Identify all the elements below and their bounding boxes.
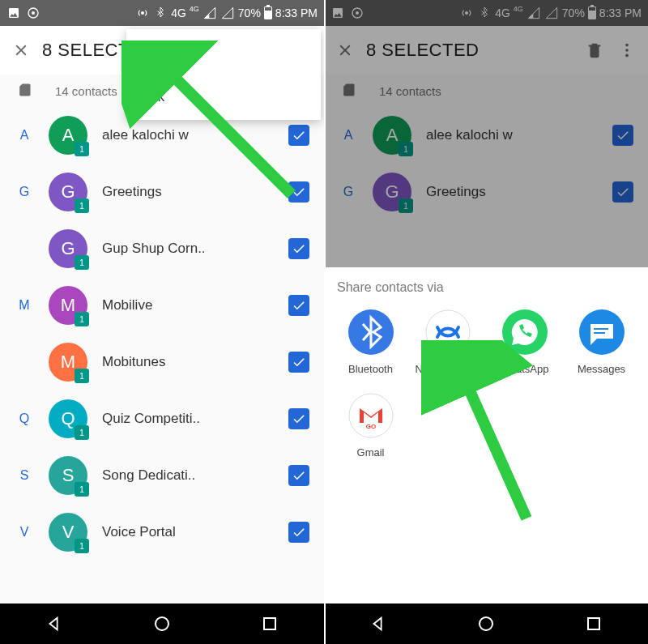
contact-avatar: Q 1	[49, 399, 87, 438]
contact-name: Gup Shup Corn..	[102, 241, 288, 257]
svg-point-24	[480, 617, 492, 630]
signal2-icon	[220, 6, 235, 20]
menu-share[interactable]: Share	[126, 29, 321, 75]
svg-rect-8	[264, 618, 275, 629]
nearby-icon	[425, 309, 471, 355]
wa-icon	[502, 309, 548, 355]
contact-avatar: S 1	[49, 456, 87, 495]
share-apps-grid: Bluetooth Nearby Share WhatsApp Messages…	[332, 309, 640, 476]
bt-icon	[348, 309, 394, 355]
share-app-messages[interactable]: Messages	[563, 309, 640, 375]
share-app-nearby share[interactable]: Nearby Share	[409, 309, 486, 375]
contact-row[interactable]: Q Q 1 Quiz Competiti..	[0, 390, 324, 447]
share-sheet-title: Share contacts via	[337, 280, 635, 295]
sim-badge-icon: 1	[75, 539, 89, 553]
contact-avatar: M 1	[49, 286, 87, 325]
checkbox[interactable]	[288, 522, 309, 543]
share-sheet: Share contacts via Bluetooth Nearby Shar…	[324, 267, 648, 603]
contact-avatar: G 1	[49, 173, 87, 211]
index-letter: G	[0, 185, 49, 199]
nav-bar	[324, 603, 648, 644]
contacts-count: 14 contacts	[55, 84, 117, 98]
contact-row[interactable]: M M 1 Mobilive	[0, 277, 324, 334]
contact-name: Greetings	[102, 184, 288, 200]
contact-name: Voice Portal	[102, 524, 288, 540]
share-app-label: WhatsApp	[501, 363, 549, 375]
checkbox[interactable]	[288, 238, 309, 259]
nav-bar	[0, 603, 324, 644]
index-letter: M	[0, 298, 49, 313]
checkbox[interactable]	[288, 352, 309, 373]
network-label: 4G	[171, 6, 186, 19]
share-app-gmail[interactable]: GO Gmail	[332, 393, 409, 458]
image-icon	[6, 6, 21, 20]
share-app-label: Messages	[578, 363, 625, 375]
nav-home[interactable]	[149, 611, 175, 637]
contact-name: Mobilive	[102, 297, 288, 313]
sim-badge-icon: 1	[75, 312, 89, 326]
contact-avatar: G 1	[49, 229, 87, 268]
svg-point-7	[156, 617, 168, 630]
contact-name: Song Dedicati..	[102, 467, 288, 484]
index-letter: S	[0, 468, 49, 483]
index-letter: Q	[0, 412, 49, 426]
svg-rect-19	[594, 328, 608, 330]
contact-name: alee kalochi w	[102, 127, 288, 143]
status-time: 8:33 PM	[275, 6, 318, 19]
contact-avatar: A 1	[49, 116, 87, 155]
sim-icon	[16, 82, 32, 100]
bluetooth-icon	[153, 6, 168, 20]
svg-point-16	[426, 310, 470, 354]
overflow-menu: Share Link	[126, 29, 321, 120]
status-bar: 4G 4G 70% 8:33 PM	[0, 0, 324, 26]
signal-icon	[202, 6, 217, 20]
nav-back[interactable]	[365, 611, 391, 637]
index-letter: V	[0, 525, 49, 540]
svg-point-1	[32, 11, 35, 15]
share-app-label: Bluetooth	[348, 363, 393, 375]
checkbox[interactable]	[288, 408, 309, 429]
share-app-label: Gmail	[357, 446, 385, 458]
gmail-icon: GO	[348, 393, 394, 438]
nav-recent[interactable]	[581, 611, 607, 637]
checkbox[interactable]	[288, 295, 309, 316]
nav-back[interactable]	[41, 611, 67, 637]
svg-rect-20	[594, 332, 605, 334]
sim-badge-icon: 1	[75, 142, 89, 156]
contact-row[interactable]: G G 1 Greetings	[0, 164, 324, 220]
svg-point-21	[349, 394, 393, 437]
sim-badge-icon: 1	[75, 255, 89, 270]
sim-badge-icon: 1	[75, 369, 89, 383]
contact-row[interactable]: V V 1 Voice Portal	[0, 504, 324, 561]
checkbox[interactable]	[288, 181, 309, 203]
checkbox[interactable]	[288, 465, 309, 486]
msg-icon	[579, 309, 625, 355]
contact-row[interactable]: S S 1 Song Dedicati..	[0, 447, 324, 504]
close-button[interactable]	[10, 39, 32, 62]
svg-rect-25	[588, 618, 599, 629]
network-sup: 4G	[190, 5, 199, 13]
contacts-list: A A 1 alee kalochi w G G 1 Greetings G 1…	[0, 107, 324, 561]
checkbox[interactable]	[288, 125, 309, 146]
nav-home[interactable]	[473, 611, 499, 637]
contact-avatar: V 1	[49, 513, 87, 552]
contact-avatar: M 1	[49, 343, 87, 382]
battery-pct: 70%	[238, 6, 261, 19]
contact-row[interactable]: G 1 Gup Shup Corn..	[0, 220, 324, 277]
contact-name: Mobitunes	[102, 354, 288, 370]
menu-link[interactable]: Link	[126, 75, 321, 120]
sim-badge-icon: 1	[75, 482, 89, 497]
sim-badge-icon: 1	[75, 425, 89, 440]
circle-icon	[26, 6, 40, 20]
hotspot-icon	[135, 6, 150, 20]
contact-name: Quiz Competiti..	[102, 411, 288, 427]
sim-badge-icon: 1	[75, 198, 89, 213]
svg-point-2	[141, 11, 144, 15]
nav-recent[interactable]	[257, 611, 283, 637]
share-app-whatsapp[interactable]: WhatsApp	[486, 309, 563, 375]
battery-icon	[264, 6, 272, 19]
share-app-bluetooth[interactable]: Bluetooth	[332, 309, 409, 375]
share-app-label: Nearby Share	[415, 363, 480, 375]
svg-text:GO: GO	[365, 423, 375, 430]
contact-row[interactable]: M 1 Mobitunes	[0, 334, 324, 390]
